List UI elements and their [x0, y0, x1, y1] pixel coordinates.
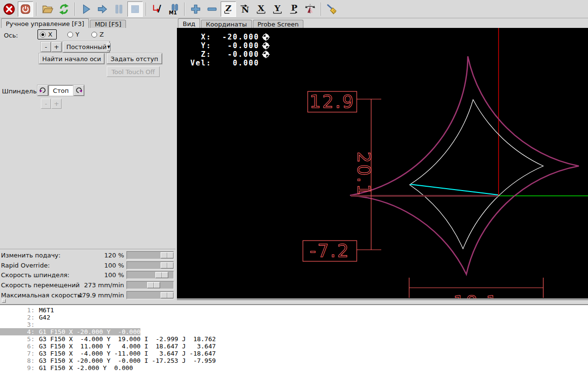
svg-text:Y: Y	[274, 3, 281, 13]
jog-speed-value: 273 mm/min	[72, 281, 124, 289]
run-button[interactable]	[78, 1, 94, 17]
view-z-icon: Z	[222, 3, 235, 15]
jog-plus-button[interactable]: +	[51, 42, 62, 52]
open-file-button[interactable]	[40, 1, 55, 17]
svg-text:Z: Z	[225, 3, 232, 13]
estop-button[interactable]	[1, 1, 17, 17]
skip-lines-button[interactable]: /	[150, 1, 165, 17]
preview-bottom-band	[177, 298, 588, 304]
view-perspective-button[interactable]: P	[286, 1, 301, 17]
tab-mdi[interactable]: MDI [F5]	[90, 20, 126, 28]
axis-radio-z[interactable]: Z	[91, 31, 104, 38]
slider-handle[interactable]	[155, 272, 168, 278]
zoom-in-icon	[189, 3, 202, 15]
rapid-override-slider[interactable]	[126, 261, 174, 269]
axis-radio-y[interactable]: Y	[67, 31, 79, 38]
set-offset-button[interactable]: Задать отступ	[107, 53, 162, 64]
slider-handle[interactable]	[161, 262, 174, 269]
rapid-override-value: 100 %	[72, 262, 124, 269]
manual-tab-content: Ось: X Y Z - + Постоянный ▼ Найти начало…	[0, 28, 176, 304]
tab-probe-screen[interactable]: Probe Screen	[253, 20, 304, 28]
gcode-line[interactable]: 5:G3 F150 X -4.000 Y 19.000 I -2.999 J 1…	[0, 335, 588, 343]
optional-pause-button[interactable]: M1	[166, 1, 181, 17]
svg-text:M1: M1	[169, 10, 177, 15]
jog-speed-slider[interactable]	[126, 281, 174, 289]
gcode-listing[interactable]: 1:M6T12:G423:4:G1 F150 X -20.000 Y -0.00…	[0, 304, 588, 371]
spindle-ccw-button[interactable]	[38, 85, 48, 96]
compensated-path	[410, 100, 543, 249]
gcode-line[interactable]: 9:G1 F150 X -2.000 Y 0.000	[0, 364, 588, 371]
gcode-line-number: 5:	[0, 335, 35, 343]
radio-label: X	[48, 31, 52, 38]
feed-override-slider[interactable]	[126, 251, 174, 259]
preview-panel: Вид Координаты Probe Screen	[177, 18, 588, 304]
dim-height: 20.1	[353, 152, 374, 197]
slider-handle[interactable]	[161, 252, 174, 258]
jog-mode-select[interactable]: Постоянный ▼	[63, 41, 110, 52]
spindle-override-slider[interactable]	[126, 271, 174, 279]
spindle-stop-button[interactable]: Стоп	[49, 85, 73, 96]
slider-handle[interactable]	[147, 282, 160, 288]
zoom-out-button[interactable]	[204, 1, 220, 17]
gcode-line-text: G3 F150 X -4.000 Y -11.000 I 3.647 J -18…	[39, 350, 216, 357]
radio-dot	[40, 32, 46, 38]
view-y-button[interactable]: Y	[270, 1, 285, 17]
tab-preview[interactable]: Вид	[178, 18, 200, 28]
slider-handle[interactable]	[161, 292, 174, 298]
tab-manual-control[interactable]: Ручное управление [F3]	[1, 18, 89, 28]
axis-radio-x[interactable]: X	[38, 29, 57, 39]
m1-pause-icon: M1	[167, 3, 180, 15]
backplot-canvas[interactable]: 12.9 -7.2 20.1 18.1 X: -20.000 Y: -0.000…	[177, 28, 588, 298]
radio-dot	[91, 32, 97, 38]
view-x-button[interactable]: X	[253, 1, 269, 17]
run-icon	[80, 3, 92, 15]
zoom-out-icon	[206, 3, 218, 15]
clear-plot-button[interactable]	[325, 1, 340, 17]
gcode-line-number: 2:	[0, 314, 35, 321]
spindle-faster-button: +	[51, 99, 62, 109]
reload-button[interactable]	[56, 1, 72, 17]
dro-line: X: -20.000	[190, 33, 270, 41]
gcode-line-number: 1:	[0, 307, 35, 314]
view-z-rotated-icon: N	[238, 3, 251, 15]
gcode-line[interactable]: 6:G3 F150 X 11.000 Y 4.000 I 18.647 J 3.…	[0, 343, 588, 350]
feed-override-row: Изменить подачу: 120 %	[0, 251, 175, 260]
spindle-label: Шпиндель:	[2, 88, 39, 95]
home-axis-button[interactable]: Найти начало оси	[39, 53, 104, 64]
spindle-cw-button[interactable]	[74, 85, 84, 96]
rotate-cone-icon	[304, 3, 316, 15]
view-z-rotated-button[interactable]: N	[237, 1, 252, 17]
step-button[interactable]	[95, 1, 110, 17]
max-velocity-value: 479.9 mm/min	[72, 292, 124, 299]
gcode-line-text: G3 F150 X -4.000 Y 19.000 I -2.999 J 18.…	[39, 335, 216, 343]
power-icon	[20, 3, 31, 15]
machine-power-button[interactable]	[18, 1, 33, 17]
gcode-line-text: M6T1	[39, 307, 54, 314]
pane-sash-grip[interactable]	[2, 299, 6, 303]
tab-dro[interactable]: Координаты	[201, 20, 251, 28]
left-tabs: Ручное управление [F3] MDI [F5]	[1, 18, 127, 28]
gcode-line[interactable]: 1:M6T1	[0, 307, 588, 314]
view-z-button[interactable]: Z	[221, 1, 236, 17]
stop-button[interactable]	[127, 1, 143, 17]
divider	[0, 249, 175, 249]
gcode-line[interactable]: 8:G3 F150 X -20.000 Y -0.000 I -17.253 J…	[0, 357, 588, 364]
chevron-down-icon: ▼	[107, 43, 111, 51]
manual-control-panel: Ручное управление [F3] MDI [F5] Ось: X Y…	[0, 18, 176, 304]
gcode-line[interactable]: 2:G42	[0, 314, 588, 321]
dro-text: Vel: 0.000	[190, 59, 259, 67]
tool-touch-off-button: Tool Touch Off	[107, 66, 160, 77]
toolbar: / M1 Z N X	[0, 0, 588, 18]
toolbar-separator	[321, 2, 322, 16]
gcode-line[interactable]: 3:	[0, 321, 588, 328]
zoom-in-button[interactable]	[188, 1, 203, 17]
right-tabs: Вид Координаты Probe Screen	[178, 18, 304, 28]
max-velocity-row: Максимальная скорость: 479.9 mm/min	[0, 291, 175, 300]
gcode-line-number: 9:	[0, 364, 35, 371]
jog-minus-button[interactable]: -	[41, 42, 51, 52]
max-velocity-slider[interactable]	[126, 291, 174, 299]
gcode-line[interactable]: 7:G3 F150 X -4.000 Y -11.000 I 3.647 J -…	[0, 350, 588, 357]
gcode-line[interactable]: 4:G1 F150 X -20.000 Y -0.000	[0, 328, 588, 335]
spindle-slower-button: -	[41, 99, 51, 109]
rotate-view-button[interactable]	[302, 1, 318, 17]
